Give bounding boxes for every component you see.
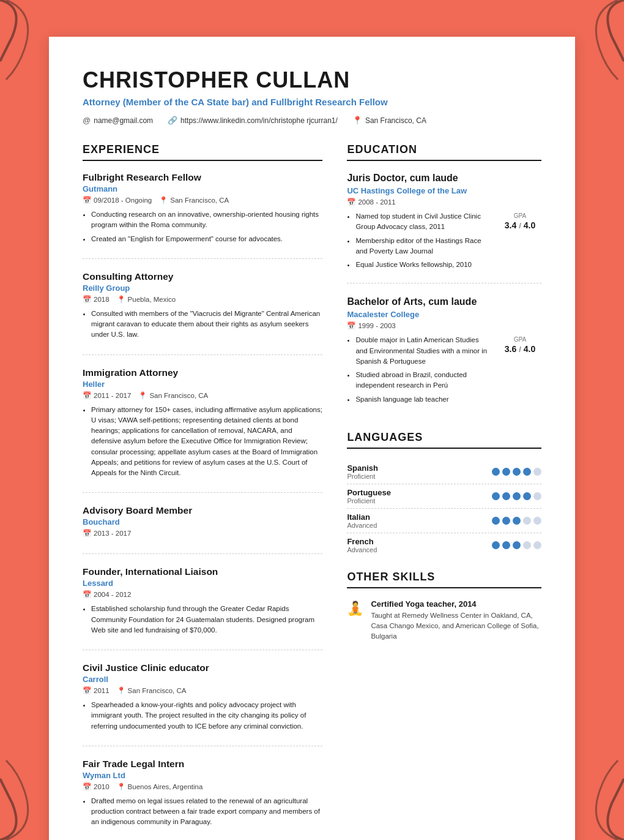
calendar-icon: 📅 [83,391,91,400]
skill-desc-0: Taught at Remedy Wellness Center in Oakl… [371,610,541,642]
edu-content-1: Double major in Latin American Studies a… [347,335,541,408]
dot-filled [502,492,510,500]
experience-entry-5: Civil Justice Clinic educator Carroll 📅 … [83,662,322,746]
exp-meta-5: 📅 2011 📍 San Francisco, CA [83,686,322,695]
exp-meta-4: 📅 2004 - 2012 [83,590,322,599]
bullet-item: Consulted with members of the "Viacrucis… [91,309,322,340]
dot-filled [523,492,531,500]
lang-name-2: Italian [347,512,377,522]
location-value: San Francisco, CA [365,116,426,125]
exp-location-2: 📍 San Francisco, CA [138,391,208,400]
exp-company-1: Reilly Group [83,283,322,293]
lang-dots-1 [492,492,541,500]
calendar-icon: 📅 [347,321,355,330]
bullet-item: Conducting research on an innovative, ow… [91,209,322,231]
exp-job-title-1: Consulting Attorney [83,271,322,282]
lang-dots-3 [492,541,541,549]
lang-name-3: French [347,537,377,546]
exp-job-title-4: Founder, International Liaison [83,566,322,577]
edu-years-0: 📅 2008 - 2011 [347,198,541,206]
exp-job-title-0: Fulbright Research Fellow [83,172,322,183]
education-list: Juris Doctor, cum laude UC Hastings Coll… [347,172,541,418]
edu-bullets-0: Named top student in Civil Justice Clini… [347,211,489,273]
dot-filled [513,541,521,549]
exp-company-3: Bouchard [83,517,322,527]
calendar-icon: 📅 [83,686,91,695]
exp-bullets-6: Drafted memo on legal issues related to … [83,796,322,828]
lang-info-2: Italian Advanced [347,512,377,529]
exp-location-6: 📍 Buenos Aires, Argentina [117,782,203,791]
languages-section-title: LANGUAGES [347,431,541,449]
dot-filled [492,541,500,549]
exp-company-6: Wyman Ltd [83,771,322,780]
skill-title-0: Certified Yoga teacher, 2014 [371,599,541,609]
exp-location-0: 📍 San Francisco, CA [159,196,229,204]
location-icon: 📍 [117,782,125,791]
lang-level-3: Advanced [347,546,377,553]
lang-info-1: Portuguese Proficient [347,488,391,504]
skill-icon-0: 🧘 [347,601,363,642]
lang-level-1: Proficient [347,497,391,504]
bullet-item: Primary attorney for 150+ cases, includi… [91,405,322,479]
experience-column: EXPERIENCE Fulbright Research Fellow Gut… [83,143,322,840]
edu-bullet-item: Named top student in Civil Justice Clini… [355,211,489,233]
gpa-value-1: 3.6 / 4.0 [499,344,541,354]
calendar-icon: 📅 [83,295,91,304]
dot-filled [502,541,510,549]
edu-gpa-1: GPA 3.6 / 4.0 [499,335,541,408]
linkedin-value: https://www.linkedin.com/in/christophe r… [180,116,338,125]
gpa-label: GPA [499,336,541,343]
calendar-icon: 📅 [83,590,91,599]
exp-company-4: Lessard [83,579,322,588]
bullet-item: Created an "English for Empowerment" cou… [91,234,322,244]
dot-filled [502,468,510,476]
experience-entry-6: Fair Trade Legal Intern Wyman Ltd 📅 2010… [83,759,322,840]
exp-job-title-6: Fair Trade Legal Intern [83,759,322,770]
bullet-item: Drafted memo on legal issues related to … [91,796,322,828]
lang-dots-0 [492,468,541,476]
exp-company-2: Heller [83,380,322,389]
dot-empty [533,492,541,500]
exp-date-1: 📅 2018 [83,295,110,304]
languages-list: Spanish Proficient Portuguese Proficient… [347,460,541,557]
language-entry-2: Italian Advanced [347,509,541,533]
calendar-icon: 📅 [83,196,91,204]
exp-meta-0: 📅 09/2018 - Ongoing 📍 San Francisco, CA [83,196,322,204]
other-skills-list: 🧘 Certified Yoga teacher, 2014 Taught at… [347,599,541,642]
exp-date-3: 📅 2013 - 2017 [83,529,131,538]
candidate-name: CHRISTOPHER CULLAN [83,67,541,93]
lang-info-0: Spanish Proficient [347,463,378,480]
linkedin-icon: 🔗 [168,116,177,125]
exp-meta-3: 📅 2013 - 2017 [83,529,322,538]
experience-entry-0: Fulbright Research Fellow Gutmann 📅 09/2… [83,172,322,259]
edu-school-0: UC Hastings College of the Law [347,186,541,195]
education-section-title: EDUCATION [347,143,541,161]
experience-list: Fulbright Research Fellow Gutmann 📅 09/2… [83,172,322,840]
exp-company-5: Carroll [83,675,322,684]
email-icon: @ [83,116,91,125]
dot-filled [502,517,510,525]
dot-filled [492,492,500,500]
education-entry-1: Bachelor of Arts, cum laude Macalester C… [347,296,541,418]
dot-empty [533,517,541,525]
dot-filled [513,468,521,476]
dot-empty [533,468,541,476]
exp-bullets-0: Conducting research on an innovative, ow… [83,209,322,244]
exp-meta-1: 📅 2018 📍 Puebla, Mexico [83,295,322,304]
lang-level-2: Advanced [347,522,377,529]
email-contact: @ name@gmail.com [83,116,153,125]
edu-years-1: 📅 1999 - 2003 [347,321,541,330]
language-entry-3: French Advanced [347,533,541,557]
lang-info-3: French Advanced [347,537,377,553]
skill-content-0: Certified Yoga teacher, 2014 Taught at R… [371,599,541,642]
edu-school-1: Macalester College [347,310,541,319]
dot-filled [513,517,521,525]
exp-location-1: 📍 Puebla, Mexico [117,295,176,304]
edu-content-0: Named top student in Civil Justice Clini… [347,211,541,273]
lang-dots-2 [492,517,541,525]
exp-bullets-2: Primary attorney for 150+ cases, includi… [83,405,322,479]
email-value: name@gmail.com [94,116,153,125]
edu-degree-0: Juris Doctor, cum laude [347,172,541,184]
experience-section-title: EXPERIENCE [83,143,322,161]
experience-entry-4: Founder, International Liaison Lessard 📅… [83,566,322,650]
